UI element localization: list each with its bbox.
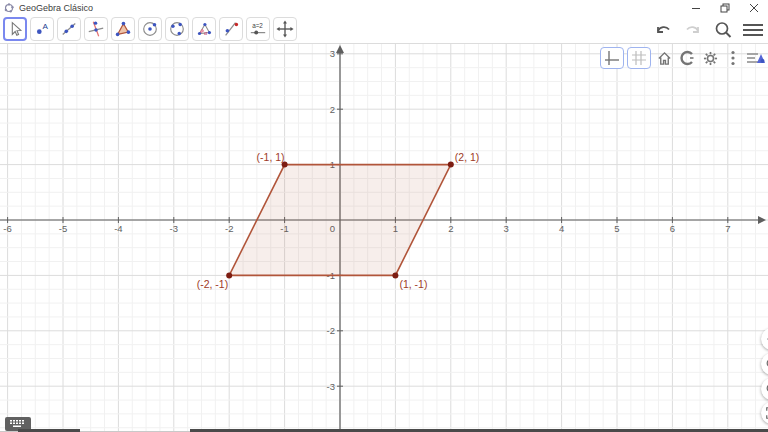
titlebar: GeoGebra Clásico xyxy=(0,0,768,15)
grid-icon xyxy=(631,50,647,66)
tool-line-button[interactable] xyxy=(57,17,81,41)
tool-move-graphics-view-button[interactable] xyxy=(273,17,297,41)
slider-icon: a=2 xyxy=(248,20,268,38)
graphics-canvas[interactable]: -6-5-4-3-2-11234567321-1-2-30(-1, 1)(2, … xyxy=(0,44,768,432)
y-tick-label: -3 xyxy=(327,381,335,392)
x-tick-label: 6 xyxy=(670,223,675,234)
keyboard-icon xyxy=(9,419,27,429)
axes-icon xyxy=(604,50,620,66)
point-capturing-button[interactable] xyxy=(677,48,697,68)
move-cursor-icon xyxy=(6,20,24,38)
home-view-button[interactable] xyxy=(654,48,674,68)
tool-slider-button[interactable]: a=2 xyxy=(246,17,270,41)
x-tick-label: 7 xyxy=(725,223,730,234)
close-button[interactable] xyxy=(739,0,768,15)
axes-toggle-button[interactable] xyxy=(600,47,624,69)
svg-text:A: A xyxy=(42,22,48,31)
y-tick-label: -2 xyxy=(327,325,335,336)
home-icon xyxy=(657,51,672,66)
graphics-view[interactable]: -6-5-4-3-2-11234567321-1-2-30(-1, 1)(2, … xyxy=(0,44,768,432)
kebab-menu-icon xyxy=(729,50,737,66)
toolbar-right-group xyxy=(652,15,764,44)
svg-text:α: α xyxy=(204,30,207,36)
search-icon xyxy=(713,20,733,40)
tool-circle-with-center-button[interactable] xyxy=(138,17,162,41)
undo-icon xyxy=(653,20,673,40)
app-title: GeoGebra Clásico xyxy=(19,3,93,13)
x-tick-label: -6 xyxy=(3,223,11,234)
x-tick-label: 5 xyxy=(614,223,619,234)
circle-with-center-icon xyxy=(141,20,159,38)
tool-angle-button[interactable]: α xyxy=(192,17,216,41)
vertex-label: (1, -1) xyxy=(399,278,427,290)
x-tick-label: 3 xyxy=(504,223,509,234)
tool-polygon-button[interactable] xyxy=(111,17,135,41)
polygon-icon xyxy=(114,20,132,38)
window-controls xyxy=(681,0,768,15)
redo-button[interactable] xyxy=(682,19,704,41)
gear-icon xyxy=(703,51,718,66)
point-icon: A xyxy=(33,20,51,38)
graphics-view-panel-button[interactable] xyxy=(746,48,766,68)
undo-button[interactable] xyxy=(652,19,674,41)
tool-circle-three-points-button[interactable] xyxy=(165,17,189,41)
x-tick-label: -4 xyxy=(114,223,122,234)
slider-icon-label: a=2 xyxy=(252,22,263,29)
vertex-label: (2, 1) xyxy=(455,151,480,163)
search-button[interactable] xyxy=(712,19,734,41)
reflect-about-line-icon xyxy=(222,20,240,38)
tool-point-button[interactable]: A xyxy=(30,17,54,41)
tool-move-button[interactable] xyxy=(3,17,27,41)
graphics-view-icon xyxy=(746,50,766,66)
geogebra-logo-icon xyxy=(4,3,14,13)
vertex-label: (-2, -1) xyxy=(197,278,229,290)
tool-perpendicular-line-button[interactable] xyxy=(84,17,108,41)
vertex-label: (-1, 1) xyxy=(257,151,285,163)
grid-toggle-button[interactable] xyxy=(627,47,651,69)
more-options-button[interactable] xyxy=(723,48,743,68)
restore-button[interactable] xyxy=(710,0,739,15)
x-tick-label: 4 xyxy=(559,223,564,234)
x-tick-label: 2 xyxy=(448,223,453,234)
parallelogram[interactable] xyxy=(229,165,451,276)
hamburger-menu-icon xyxy=(742,20,764,40)
x-tick-label: -3 xyxy=(170,223,178,234)
redo-icon xyxy=(683,20,703,40)
vertex-point[interactable] xyxy=(448,162,454,168)
x-tick-label: -2 xyxy=(225,223,233,234)
magnet-icon xyxy=(679,50,695,66)
y-tick-label: 3 xyxy=(330,48,335,59)
menu-button[interactable] xyxy=(742,19,764,41)
graphics-stylebar xyxy=(600,47,766,69)
vertex-point[interactable] xyxy=(392,272,398,278)
move-graphics-view-icon xyxy=(276,20,294,38)
settings-button[interactable] xyxy=(700,48,720,68)
line-icon xyxy=(60,20,78,38)
y-tick-label: 2 xyxy=(330,104,335,115)
minimize-button[interactable] xyxy=(681,0,710,15)
circle-three-points-icon xyxy=(168,20,186,38)
tool-reflect-about-line-button[interactable] xyxy=(219,17,243,41)
x-tick-label: -5 xyxy=(59,223,67,234)
perpendicular-line-icon xyxy=(87,20,105,38)
angle-icon: α xyxy=(195,20,213,38)
